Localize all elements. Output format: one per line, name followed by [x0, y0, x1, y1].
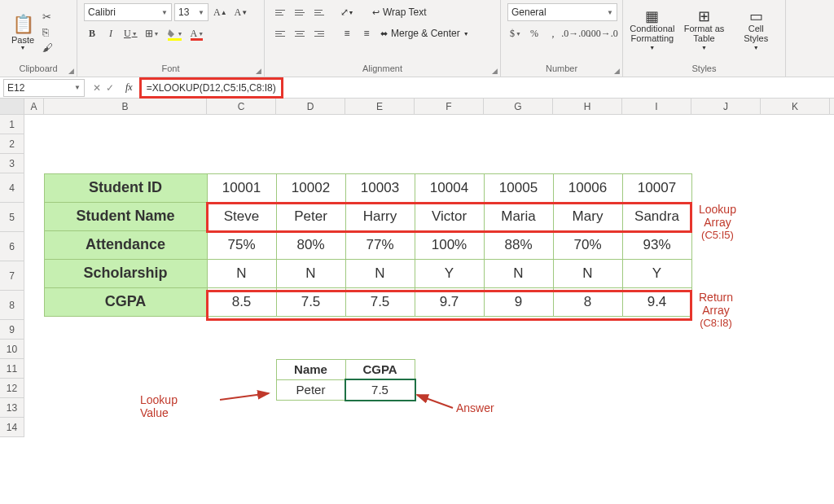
- merge-center-button[interactable]: ⬌ Merge & Center ▼: [377, 24, 472, 42]
- cell[interactable]: 80%: [276, 230, 346, 260]
- spreadsheet-grid[interactable]: A B C D E F G H I J K 1 2 3 4 5 6 7 8 9 …: [0, 99, 834, 504]
- cell[interactable]: 10001: [207, 173, 277, 203]
- cell[interactable]: 77%: [345, 230, 415, 260]
- col-header[interactable]: D: [276, 99, 345, 114]
- cell[interactable]: 100%: [415, 230, 485, 260]
- select-all-corner[interactable]: [0, 99, 24, 114]
- decrease-font-button[interactable]: A▼: [232, 3, 251, 21]
- format-painter-icon[interactable]: 🖌: [42, 42, 53, 54]
- cell[interactable]: 7.5: [276, 287, 346, 317]
- cell[interactable]: N: [345, 259, 415, 288]
- col-header[interactable]: G: [484, 99, 553, 114]
- cell[interactable]: Steve: [207, 202, 277, 231]
- cell[interactable]: Peter: [276, 379, 346, 401]
- row-header[interactable]: 13: [0, 398, 24, 418]
- font-name-combo[interactable]: Calibri ▼: [84, 3, 172, 21]
- italic-button[interactable]: I: [103, 24, 119, 42]
- bold-button[interactable]: B: [84, 24, 100, 42]
- row-header[interactable]: 11: [0, 359, 24, 379]
- cell[interactable]: 7.5: [345, 287, 415, 317]
- clipboard-dialog-launcher[interactable]: ◢: [68, 67, 74, 75]
- cell[interactable]: N: [484, 259, 554, 288]
- cell[interactable]: Student ID: [44, 173, 208, 203]
- cell[interactable]: 10002: [276, 173, 346, 203]
- align-center-button[interactable]: [291, 24, 309, 42]
- col-header[interactable]: I: [622, 99, 691, 114]
- underline-button[interactable]: U▼: [121, 24, 140, 42]
- cell[interactable]: 10003: [345, 173, 415, 203]
- font-size-combo[interactable]: 13 ▼: [174, 3, 208, 21]
- cell[interactable]: Student Name: [44, 202, 208, 231]
- cell[interactable]: Mary: [553, 202, 623, 231]
- enter-formula-icon[interactable]: ✓: [106, 82, 114, 94]
- alignment-dialog-launcher[interactable]: ◢: [492, 67, 498, 75]
- row-header[interactable]: 2: [0, 134, 24, 154]
- increase-font-button[interactable]: A▲: [211, 3, 230, 21]
- comma-format-button[interactable]: ,: [545, 24, 561, 42]
- font-dialog-launcher[interactable]: ◢: [256, 67, 261, 75]
- align-left-button[interactable]: [271, 24, 289, 42]
- align-right-button[interactable]: [310, 24, 328, 42]
- cell[interactable]: 75%: [207, 230, 277, 260]
- accounting-format-button[interactable]: $▼: [507, 24, 524, 42]
- row-header[interactable]: 1: [0, 115, 24, 134]
- cut-icon[interactable]: ✂: [42, 11, 53, 23]
- cell[interactable]: CGPA: [44, 287, 208, 317]
- row-header[interactable]: 4: [0, 173, 24, 203]
- row-header[interactable]: 6: [0, 232, 24, 261]
- cell[interactable]: Maria: [484, 202, 554, 231]
- cell[interactable]: 9.4: [622, 287, 692, 317]
- fx-icon[interactable]: fx: [119, 81, 139, 94]
- increase-indent-button[interactable]: ≡: [358, 24, 375, 42]
- row-header[interactable]: 7: [0, 261, 24, 291]
- cell[interactable]: Peter: [276, 202, 346, 231]
- col-header[interactable]: H: [553, 99, 622, 114]
- row-header[interactable]: 8: [0, 291, 24, 320]
- copy-icon[interactable]: ⎘: [42, 26, 53, 38]
- col-header[interactable]: E: [345, 99, 415, 114]
- cell[interactable]: 88%: [484, 230, 554, 260]
- cell[interactable]: 10004: [415, 173, 485, 203]
- selected-cell[interactable]: 7.5: [345, 379, 415, 401]
- cell[interactable]: 10006: [553, 173, 623, 203]
- col-header[interactable]: K: [761, 99, 830, 114]
- cell[interactable]: N: [553, 259, 623, 288]
- row-header[interactable]: 14: [0, 418, 24, 437]
- borders-button[interactable]: ⊞▼: [143, 24, 162, 42]
- cell[interactable]: 70%: [553, 230, 623, 260]
- paste-button[interactable]: 📋 Paste ▼: [7, 14, 39, 50]
- cell[interactable]: 9: [484, 287, 554, 317]
- cell[interactable]: N: [276, 259, 346, 288]
- cell[interactable]: 93%: [622, 230, 692, 260]
- row-header[interactable]: 5: [0, 203, 24, 232]
- cell[interactable]: Scholarship: [44, 259, 208, 288]
- row-header[interactable]: 9: [0, 320, 24, 340]
- cell[interactable]: CGPA: [345, 359, 415, 380]
- col-header[interactable]: C: [207, 99, 276, 114]
- cell[interactable]: Name: [276, 359, 346, 380]
- col-header[interactable]: A: [24, 99, 44, 114]
- percent-format-button[interactable]: %: [526, 24, 542, 42]
- increase-decimal-button[interactable]: .0→.00: [564, 24, 589, 42]
- cell[interactable]: 10007: [622, 173, 692, 203]
- format-as-table-button[interactable]: ⊞ Format as Table ▼: [680, 5, 729, 59]
- cell[interactable]: 9.7: [415, 287, 485, 317]
- cell-styles-button[interactable]: ▭ Cell Styles ▼: [731, 5, 780, 59]
- align-top-button[interactable]: [271, 3, 289, 21]
- orientation-button[interactable]: ⤢▼: [338, 3, 356, 21]
- cell[interactable]: Attendance: [44, 230, 208, 260]
- formula-input[interactable]: =XLOOKUP(D12,C5:I5,C8:I8): [139, 77, 283, 99]
- col-header[interactable]: J: [691, 99, 761, 114]
- decrease-indent-button[interactable]: ≡: [338, 24, 356, 42]
- fill-color-button[interactable]: ▼: [165, 24, 186, 42]
- cell[interactable]: N: [207, 259, 277, 288]
- cancel-formula-icon[interactable]: ✕: [93, 82, 101, 94]
- cell[interactable]: 8.5: [207, 287, 277, 317]
- row-header[interactable]: 10: [0, 340, 24, 359]
- font-color-button[interactable]: A▼: [187, 24, 206, 42]
- col-header[interactable]: B: [44, 99, 207, 114]
- align-middle-button[interactable]: [291, 3, 309, 21]
- wrap-text-button[interactable]: ↩ Wrap Text: [369, 3, 430, 21]
- cell[interactable]: Y: [415, 259, 485, 288]
- cell[interactable]: Sandra: [622, 202, 692, 231]
